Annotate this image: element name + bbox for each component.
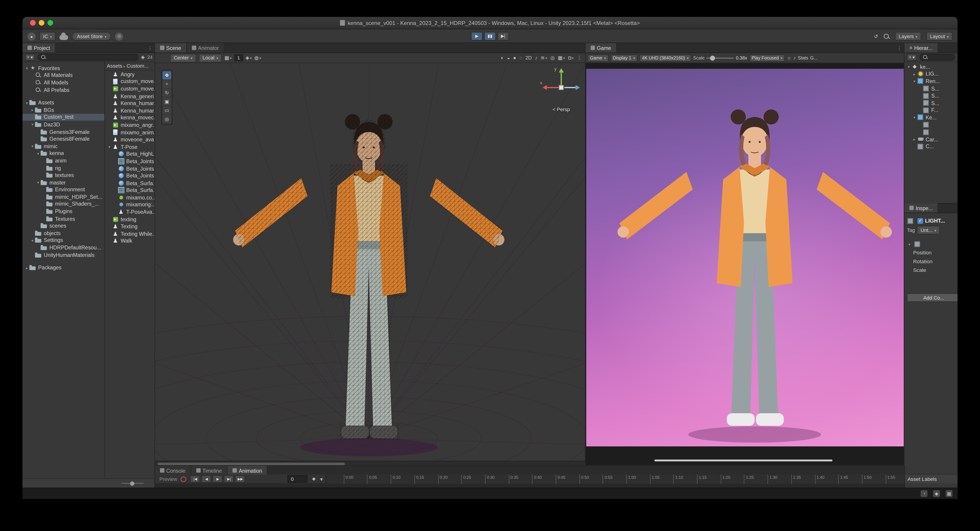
asset-labels-bar[interactable]: Asset Labels (904, 474, 958, 483)
search-type-icon[interactable]: ◈ (141, 54, 145, 60)
object-name[interactable]: LIGHT... (925, 218, 945, 224)
undo-history-icon[interactable]: ↺ (874, 33, 878, 39)
expand-arrow[interactable] (30, 144, 35, 148)
asset-item[interactable]: Walk (105, 238, 155, 245)
scale-tool-button[interactable]: ▣ (162, 97, 171, 106)
display-dropdown[interactable]: Display 1 (611, 54, 638, 62)
transform-row[interactable]: Scale (907, 266, 958, 274)
snap-increment-field[interactable]: 1 (234, 54, 243, 61)
grid-visibility-icon[interactable]: ▦▾ (558, 55, 565, 61)
skybox-toggle-icon[interactable]: ◌ (519, 55, 522, 61)
current-frame-field[interactable]: 0 (288, 475, 308, 483)
asset-item[interactable]: mixamo_anim... (105, 129, 155, 136)
expand-arrow[interactable] (107, 145, 112, 149)
move-tool-button[interactable]: + (162, 80, 171, 88)
resolution-dropdown[interactable]: 4K UHD (3840x2160) (640, 54, 691, 62)
grid-snap-icon[interactable]: ▦▾ (224, 55, 232, 61)
mute-audio-icon[interactable]: ♪ (793, 55, 796, 61)
next-frame-button[interactable]: ▶| (224, 475, 234, 483)
play-button[interactable]: ▶ (471, 32, 483, 41)
asset-item[interactable]: mixamorig:... (105, 201, 155, 208)
timeline-ruler[interactable]: 0:00 0:05 0:10 0:15 0:20 0:25 0:30 (326, 474, 904, 483)
asset-item[interactable]: Beta_Joints... (105, 172, 155, 180)
console-status-icon[interactable]: ▦ (945, 490, 952, 497)
draw-mode-icon[interactable]: ◐ (501, 55, 504, 61)
scene-view-menu-icon[interactable]: ⋮ (577, 55, 582, 61)
expand-arrow[interactable] (912, 79, 917, 83)
project-panel-menu-icon[interactable]: ⋮ (148, 46, 153, 51)
handle-space-dropdown[interactable]: Local (199, 54, 222, 62)
hidden-objects-icon[interactable]: ◎ (550, 55, 555, 61)
rotate-tool-button[interactable]: ↻ (162, 89, 171, 97)
game-mode-dropdown[interactable]: Game (587, 54, 609, 62)
scene-viewport[interactable]: ✥ + ↻ ▣ ▭ ◎ y x < (155, 63, 585, 461)
x-axis-cone[interactable] (542, 85, 547, 90)
hierarchy-item[interactable]: Car... (904, 136, 958, 143)
preview-toggle[interactable]: Preview (159, 476, 177, 482)
zoom-slider-knob[interactable] (130, 481, 134, 485)
account-icon[interactable]: ● (27, 32, 36, 40)
hierarchy-item[interactable] (904, 121, 958, 128)
project-tree-item[interactable]: mimic_HDRP_Set... (22, 193, 104, 201)
play-focused-dropdown[interactable]: Play Focused (749, 54, 785, 62)
hierarchy-item[interactable]: Ren... (904, 78, 958, 85)
project-tree-item[interactable]: Environment (22, 186, 104, 193)
asset-item[interactable]: Beta_Joints... (105, 158, 155, 165)
create-object-button[interactable]: + ▾ (907, 54, 917, 61)
z-axis-cone[interactable] (576, 85, 580, 90)
first-frame-button[interactable]: |◀ (190, 475, 200, 483)
transform-tool-button[interactable]: ◎ (162, 115, 171, 123)
asset-item[interactable]: custom_move... (105, 85, 155, 92)
tab-scene-view[interactable]: Animator (187, 43, 224, 53)
minimize-window-button[interactable] (39, 20, 45, 26)
hierarchy-item[interactable]: S... (904, 92, 958, 99)
expand-arrow[interactable] (30, 238, 35, 242)
game-viewport[interactable] (586, 63, 904, 466)
tool-settings-icon[interactable]: ◍▾ (254, 55, 261, 61)
tab-scene-view[interactable]: Scene (155, 43, 187, 53)
search-icon[interactable] (883, 33, 890, 40)
vsync-icon[interactable]: ☼ (787, 55, 791, 61)
hierarchy-item[interactable] (904, 128, 958, 136)
snap-settings-icon[interactable]: ◈▾ (245, 55, 252, 61)
record-button[interactable] (181, 476, 186, 482)
expand-arrow[interactable] (906, 65, 911, 69)
orientation-gizmo[interactable]: y x (542, 68, 581, 107)
stats-button[interactable]: Stats (798, 55, 808, 61)
asset-item[interactable]: Beta_Surfa... (105, 187, 155, 194)
asset-item[interactable]: Texting (105, 223, 155, 230)
bottom-tab[interactable]: Animation (228, 466, 268, 475)
game-horizontal-scrollbar[interactable] (654, 459, 832, 461)
tab-hierarchy[interactable]: ≡ Hierar... (904, 43, 938, 53)
hierarchy-item[interactable]: S... (904, 85, 958, 92)
project-tree-item[interactable]: UnityHumanMaterials (22, 251, 104, 258)
project-tree-item[interactable]: Custom_test (22, 113, 104, 121)
lighting-toggle-icon[interactable]: ● (513, 55, 516, 61)
project-tree-item[interactable]: All Prefabs (22, 86, 104, 94)
account-dropdown[interactable]: IC (40, 32, 56, 41)
tag-dropdown[interactable]: Unt... (917, 226, 940, 234)
z-axis-arm[interactable] (565, 87, 576, 88)
collab-icon[interactable]: ◆ (933, 490, 940, 497)
character-wireframe[interactable] (231, 76, 506, 460)
tab-project[interactable]: Project (22, 43, 56, 53)
active-checkbox[interactable]: ✓ (917, 218, 923, 223)
rect-tool-button[interactable]: ▭ (162, 106, 171, 114)
asset-item[interactable]: Kenna_humar... (105, 100, 155, 107)
tab-inspector[interactable]: Inspe... (904, 203, 939, 212)
project-tree-item[interactable]: Daz3D (22, 121, 104, 128)
expand-arrow[interactable] (912, 137, 917, 141)
hierarchy-item[interactable]: Ke... (904, 114, 958, 121)
asset-item[interactable]: T-PoseAva... (105, 208, 155, 215)
shaded-wireframe-icon[interactable]: ◒ (507, 55, 510, 61)
asset-store-button[interactable]: Asset Store (72, 32, 111, 41)
expand-arrow[interactable] (36, 180, 41, 185)
project-tree-item[interactable]: Favorites (22, 64, 104, 72)
project-tree-item[interactable]: kenna (22, 150, 104, 157)
hierarchy-item[interactable]: LIG... (904, 70, 958, 78)
thumbnail-zoom-slider[interactable] (121, 483, 143, 484)
component-expand-arrow[interactable]: ▾ (907, 242, 912, 246)
layout-dropdown[interactable]: Layout (926, 32, 953, 41)
add-keyframe-icon[interactable]: ◆ (312, 476, 315, 481)
timeline-track-area[interactable] (155, 484, 904, 488)
